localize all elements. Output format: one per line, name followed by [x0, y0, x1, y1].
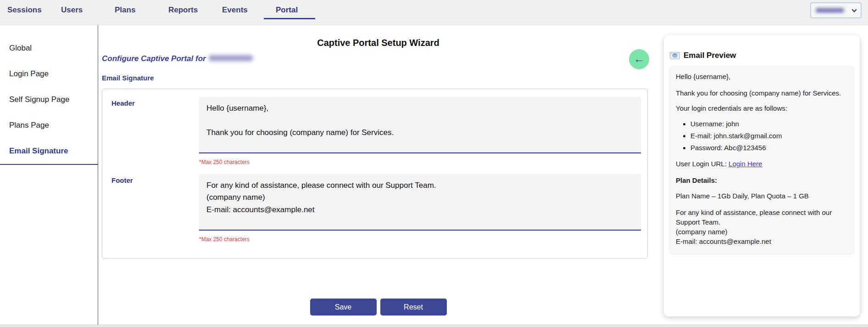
save-button[interactable]: Save [310, 299, 377, 316]
tab-users-label: Users [61, 6, 83, 18]
tab-plans[interactable]: Plans [115, 0, 168, 19]
login-url-label: User Login URL: [676, 160, 729, 168]
configure-subtitle-text: Configure Captive Portal for [102, 54, 206, 63]
active-tab-underline [264, 18, 315, 19]
footer-max-chars-hint: *Max 250 characters [199, 236, 250, 242]
login-url-row: User Login URL: Login Here [676, 159, 847, 169]
email-preview-title: Email Preview [684, 51, 736, 60]
nav-tabs: Sessions Users Plans Reports Events Port… [0, 0, 329, 19]
account-dropdown[interactable] [810, 2, 862, 18]
preview-thanks: Thank you for choosing (company name) fo… [676, 89, 847, 98]
redacted-account-name [816, 8, 844, 13]
credential-email: E-mail: john.stark@gmail.com [690, 131, 847, 141]
sidebar-active-underline [0, 164, 98, 165]
back-button[interactable]: ← [629, 49, 649, 69]
sidebar-item-login-page[interactable]: Login Page [0, 61, 98, 87]
plan-details-label: Plan Details: [676, 176, 847, 185]
sidebar-item-email-signature[interactable]: Email Signature [0, 138, 98, 164]
page-bottom-edge [0, 325, 868, 327]
sidebar-nav: Global Login Page Self Signup Page Plans… [0, 25, 98, 325]
tab-portal[interactable]: Portal [276, 0, 329, 19]
email-signature-section-label: Email Signature [102, 74, 154, 82]
header-max-chars-hint: *Max 250 characters [199, 159, 250, 165]
tab-portal-label: Portal [276, 6, 298, 18]
tab-events-label: Events [222, 6, 248, 18]
tab-users[interactable]: Users [61, 0, 115, 19]
redacted-company-name [209, 55, 253, 61]
preview-footer-line: E-mail: accounts@example.net [676, 237, 847, 246]
sidebar-item-global[interactable]: Global [0, 35, 98, 61]
header-field-label: Header [111, 99, 135, 107]
sidebar-divider [98, 25, 98, 325]
credential-password: Password: Abc@123456 [690, 143, 847, 152]
footer-textarea[interactable]: For any kind of assistance, please conne… [199, 174, 641, 231]
captive-portal-app: Sessions Users Plans Reports Events Port… [0, 0, 868, 327]
sidebar-item-label: Plans Page [9, 121, 49, 130]
reset-button[interactable]: Reset [380, 299, 447, 316]
tab-reports[interactable]: Reports [168, 0, 222, 19]
tab-sessions-label: Sessions [7, 6, 42, 18]
tab-events[interactable]: Events [222, 0, 276, 19]
page-title: Captive Portal Setup Wizard [98, 38, 658, 48]
form-actions: Save Reset [98, 299, 658, 316]
svg-text:@: @ [673, 54, 677, 58]
email-preview-header: @ Email Preview [664, 35, 860, 66]
footer-field-label: Footer [111, 176, 133, 184]
tab-sessions[interactable]: Sessions [7, 0, 61, 19]
preview-footer-block: For any kind of assistance, please conne… [676, 208, 847, 246]
credential-username: Username: john [690, 119, 847, 129]
header-textarea[interactable]: Hello {username}, Thank you for choosing… [199, 97, 641, 153]
tab-reports-label: Reports [168, 6, 198, 18]
sidebar-item-plans-page[interactable]: Plans Page [0, 113, 98, 138]
credentials-list: Username: john E-mail: john.stark@gmail.… [676, 119, 847, 153]
email-signature-form: Header Hello {username}, Thank you for c… [102, 89, 648, 259]
plan-details-value: Plan Name – 1Gb Daily, Plan Quota – 1 GB [676, 192, 847, 201]
sidebar-item-label: Self Signup Page [9, 95, 69, 104]
preview-greeting: Hello {username}, [676, 72, 847, 81]
chevron-down-icon [851, 8, 857, 13]
email-icon: @ [670, 52, 680, 59]
sidebar-item-label: Login Page [9, 69, 49, 78]
preview-footer-line: For any kind of assistance, please conne… [676, 208, 847, 227]
tab-plans-label: Plans [115, 6, 135, 18]
sidebar-item-label: Email Signature [9, 147, 68, 155]
sidebar-item-label: Global [9, 44, 32, 52]
email-preview-body: Hello {username}, Thank you for choosing… [669, 66, 855, 255]
preview-footer-line: (company name) [676, 227, 847, 237]
arrow-left-icon: ← [634, 53, 645, 64]
sidebar-item-self-signup-page[interactable]: Self Signup Page [0, 87, 98, 113]
top-navigation-bar: Sessions Users Plans Reports Events Port… [0, 0, 868, 25]
login-here-link[interactable]: Login Here [729, 160, 762, 168]
configure-subtitle: Configure Captive Portal for [102, 54, 253, 63]
email-preview-card: @ Email Preview Hello {username}, Thank … [664, 35, 860, 316]
preview-credentials-intro: Your login credentials are as follows: [676, 104, 847, 113]
